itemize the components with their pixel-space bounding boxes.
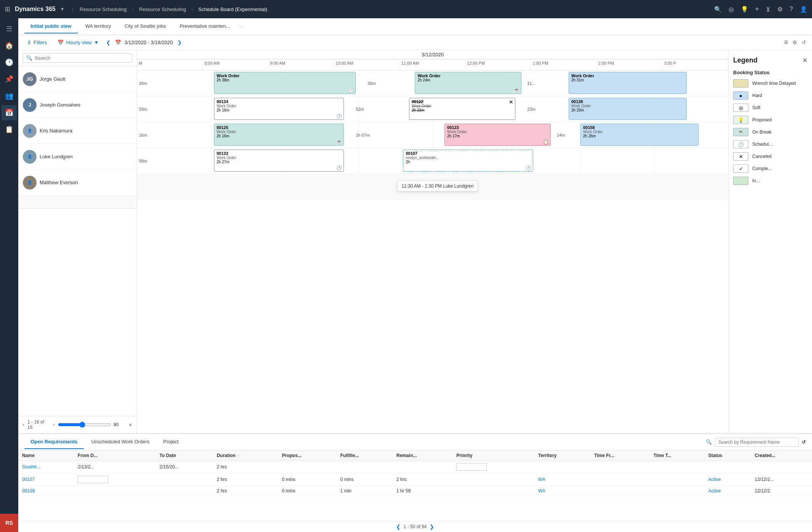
col-from-date[interactable]: From D... [74,451,156,461]
col-name[interactable]: Name [18,451,74,461]
duration-label: 59m [139,107,147,111]
col-status[interactable]: Status [705,451,751,461]
tab-initial-public-view[interactable]: Initial public view [24,19,78,33]
pagination-prev[interactable]: ‹ [23,422,24,427]
target-icon[interactable]: ◎ [729,6,734,13]
sidebar-recent-icon[interactable]: 🕐 [2,55,17,70]
legend-item: ◎ Soft [733,104,807,112]
resource-footer: ‹ 1 - 16 of 16 › 90 ∨ [18,416,137,433]
view-selector[interactable]: 📅 Hourly view ▼ [54,38,102,47]
settings-icon[interactable]: ⚙ [777,6,783,13]
legend-close-button[interactable]: ✕ [802,57,807,64]
booking-block[interactable]: 00125 Work Order 2h 16m ☕ [214,124,344,146]
user-icon[interactable]: 👤 [800,6,807,13]
legend-label-scheduled: Schedul... [752,142,772,147]
tab-open-requirements[interactable]: Open Requirements [24,435,84,449]
row-status-link[interactable]: Active [708,477,721,482]
row-proposed [278,461,336,473]
from-date-cell[interactable] [78,476,108,483]
gantt-body[interactable]: 39m Work Order 2h 38m 🕐 36m Work Order 2… [137,70,728,433]
expand-icon[interactable]: ∨ [129,422,132,427]
tab-more-icon[interactable]: ··· [239,24,243,29]
resource-search-area: 🔍 [18,50,137,66]
row-territory-link[interactable]: WA [538,477,545,482]
search-input[interactable] [35,55,129,61]
filters-button[interactable]: ⊻ Filters [24,38,50,47]
settings-board-icon[interactable]: ⚙ [793,40,797,45]
booking-block[interactable]: Work Order 2h 38m 🕐 [214,72,356,94]
tab-project[interactable]: Project [157,435,184,449]
tab-unscheduled-work-orders[interactable]: Unscheduled Work Orders [85,435,156,449]
legend-title: Legend [733,56,758,64]
legend-label-soft: Soft [752,105,760,110]
sidebar-home-icon[interactable]: 🏠 [2,38,17,53]
nav-resource-scheduling-2[interactable]: Resource Scheduling [139,6,186,12]
col-remaining[interactable]: Remain... [393,451,453,461]
date-next-button[interactable]: ❯ [177,40,182,45]
plus-icon[interactable]: + [755,5,759,13]
brand-name: Dynamics 365 [15,6,56,13]
help-icon[interactable]: ? [790,6,793,13]
zoom-slider[interactable] [58,422,111,428]
booking-block[interactable]: 00123 Work Order 2h 17m 📋 [444,124,551,146]
row-name-link[interactable]: 00107 [22,477,35,482]
bottom-refresh-icon[interactable]: ↺ [802,439,806,445]
booking-block[interactable]: 00133 Work Order 2h 27m 🕐 [214,150,344,172]
col-created[interactable]: Created... [751,451,812,461]
search-input-wrapper[interactable]: 🔍 [23,53,132,63]
sidebar-schedule-icon[interactable]: 📋 [2,122,17,137]
refresh-icon[interactable]: ↺ [802,40,806,45]
col-to-date[interactable]: To Date [156,451,213,461]
pagination-prev-button[interactable]: ❮ [396,524,401,530]
app-grid-icon[interactable]: ⊞ [5,5,10,13]
pagination-next[interactable]: › [53,422,55,427]
booking-block-dashed[interactable]: 00107 msdyn_workorder... 2h 🕐 [403,150,533,172]
col-priority[interactable]: Priority [452,451,534,461]
tab-preventative[interactable]: Preventative mainten... [173,19,236,33]
list-view-icon[interactable]: ≡ [784,38,788,46]
date-range-text: 3/12/2020 - 3/18/2020 [124,40,173,45]
col-time-to[interactable]: Time T... [650,451,705,461]
requirement-search-input[interactable] [715,438,799,447]
legend-color-proposed: 💡 [733,116,748,124]
calendar-icon: 📅 [58,40,64,45]
priority-cell[interactable] [456,463,487,471]
col-proposed[interactable]: Propos... [278,451,336,461]
resource-name: Matthew Everson [40,180,78,185]
booking-block[interactable]: 00158 Work Order 2h 26m [580,124,699,146]
legend-color-complete: ✓ [733,164,748,173]
resource-name: Joseph Gonsalves [40,102,80,108]
col-duration[interactable]: Duration ↑ [213,451,278,461]
sidebar-menu-icon[interactable]: ☰ [2,21,17,37]
col-territory[interactable]: Territory [534,451,590,461]
sidebar-resource-icon[interactable]: 👥 [2,88,17,104]
avatar: 👤 [23,176,37,190]
search-icon[interactable]: 🔍 [714,6,722,13]
bulb-icon[interactable]: 💡 [741,6,748,13]
booking-block[interactable]: 00138 Work Order 2h 20m [569,98,687,120]
tab-city-seattle[interactable]: City of Seattle jobs [118,19,172,33]
filter-icon[interactable]: ⊻ [766,6,770,13]
sidebar-pinned-icon[interactable]: 📌 [2,72,17,87]
row-name-link[interactable]: 00109 [22,488,35,494]
col-time-from[interactable]: Time Fr... [590,451,650,461]
row-name-link[interactable]: Southri... [22,464,40,470]
row-territory-link[interactable]: WA [538,488,545,494]
search-icon: 🔍 [26,55,32,61]
booking-block[interactable]: 00134 Work Order 2h 16m 🕐 [214,98,344,120]
pagination-next-button[interactable]: ❯ [430,524,434,530]
col-fulfilled[interactable]: Fulfille... [336,451,392,461]
nav-resource-scheduling[interactable]: Resource Scheduling [80,6,127,12]
booking-block[interactable]: Work Order 2h 24m ☕ [415,72,521,94]
row-to-date: 2/15/20... [156,461,213,473]
tab-wa-territory[interactable]: WA territory [79,19,117,33]
avatar: J [23,98,37,112]
booking-block[interactable]: Work Order 2h 31m [569,72,687,94]
date-prev-button[interactable]: ❮ [106,40,110,45]
row-status-link[interactable]: Active [708,488,721,494]
brand-dropdown-icon[interactable]: ▼ [60,6,65,12]
row-time-from [590,473,650,486]
sidebar-calendar-icon[interactable]: 📅 [2,105,17,120]
booking-block[interactable]: 00122 Work Order 2h 23m ✕ [409,98,515,120]
row-time-to [650,461,705,473]
